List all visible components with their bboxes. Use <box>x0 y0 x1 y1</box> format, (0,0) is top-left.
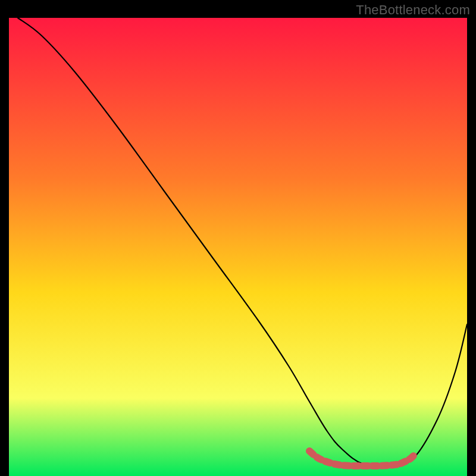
heat-gradient <box>9 18 467 476</box>
watermark-label: TheBottleneck.com <box>356 2 470 18</box>
bottleneck-chart: TheBottleneck.com <box>0 0 476 476</box>
chart-svg <box>0 0 476 476</box>
